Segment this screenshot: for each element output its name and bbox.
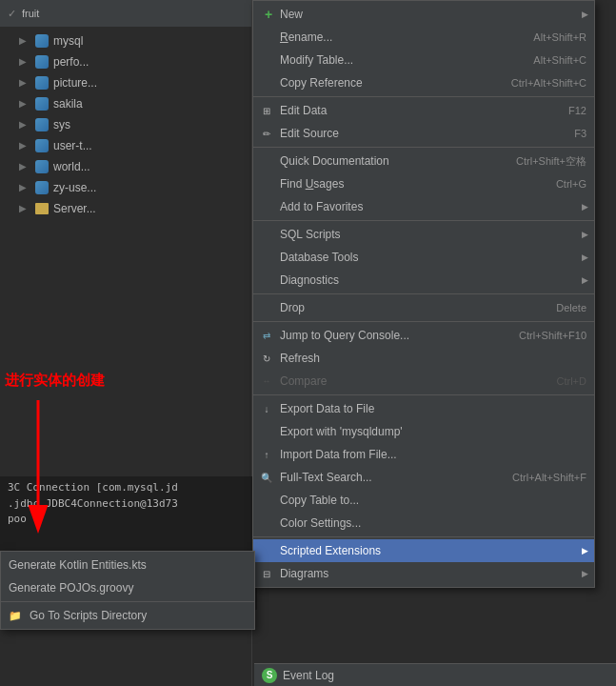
menu-item-edit-source[interactable]: ✏ Edit Source F3 [253,122,594,145]
tree-title: fruit [22,8,39,19]
tree-item-user-t[interactable]: ▶ user-t... [0,135,251,156]
tree-item-label: user-t... [53,139,92,152]
menu-item-rename[interactable]: Rename... Alt+Shift+R [253,26,594,49]
menu-item-db-tools[interactable]: Database Tools [253,246,594,269]
expand-icon: ▶ [19,161,30,172]
menu-item-label: Compare [280,374,538,388]
submenu-item-kotlin[interactable]: Generate Kotlin Entities.kts [1,554,254,576]
menu-item-refresh[interactable]: ↻ Refresh [253,347,594,370]
menu-item-edit-data[interactable]: ⊞ Edit Data F12 [253,99,594,122]
folder-icon-area [34,201,50,216]
tree-item-zy-use[interactable]: ▶ zy-use... [0,177,251,198]
db-icon [34,138,50,153]
expand-icon: ▶ [19,56,30,68]
menu-shortcut: F12 [568,105,586,116]
tree-item-server[interactable]: ▶ Server... [0,198,251,219]
menu-item-find-usages[interactable]: Find Usages Ctrl+G [253,172,594,195]
menu-item-label: Diagrams [280,567,586,580]
menu-item-label: Color Settings... [280,516,586,530]
menu-item-label: Edit Source [280,127,555,140]
tree-item-sakila[interactable]: ▶ sakila [0,93,251,114]
menu-item-scripted-ext[interactable]: Scripted Extensions [253,539,594,562]
tree-item-picture[interactable]: ▶ picture... [0,72,251,93]
menu-item-color-settings[interactable]: Color Settings... [253,512,594,535]
tree-item-mysql[interactable]: ▶ mysql [0,30,251,51]
separator-5 [253,321,594,322]
menu-item-new[interactable]: + New [253,3,594,26]
menu-item-copy-ref[interactable]: Copy Reference Ctrl+Alt+Shift+C [253,71,594,94]
import-icon: ↑ [257,450,276,460]
menu-item-label: Drop [280,301,537,314]
diagram-icon: ⊟ [257,569,276,579]
menu-item-sql-scripts[interactable]: SQL Scripts [253,223,594,246]
separator-2 [253,147,594,148]
tree-item-label: Server... [53,202,96,215]
menu-shortcut: Ctrl+G [556,178,586,190]
menu-shortcut: Ctrl+Shift+F10 [519,330,586,341]
tree-item-label: perfo... [53,55,89,69]
tree-item-label: mysql [53,34,83,48]
expand-icon: ▶ [19,119,30,131]
separator-1 [253,96,594,97]
menu-item-quick-doc[interactable]: Quick Documentation Ctrl+Shift+空格 [253,150,594,172]
submenu-item-pojos[interactable]: Generate POJOs.groovy [1,576,254,599]
expand-icon: ▶ [19,203,30,214]
folder-icon: 📁 [9,610,26,622]
separator-6 [253,394,594,395]
tree-item-label: zy-use... [53,181,96,194]
annotation-text: 进行实体的创建 [5,372,105,390]
menu-item-export-file[interactable]: ↓ Export Data to File [253,397,594,420]
menu-item-label: Rename... [280,30,514,44]
console-icon: ⇄ [257,331,276,341]
menu-item-label: Find Usages [280,177,537,191]
goto-scripts-label: Go To Scripts Directory [30,609,147,622]
menu-shortcut: Ctrl+Alt+Shift+F [512,472,586,483]
menu-item-add-fav[interactable]: Add to Favorites [253,195,594,218]
tree-item-label: sakila [53,97,83,111]
db-icon [34,54,50,70]
event-log-bar[interactable]: S Event Log [254,663,616,686]
compare-icon: ↔ [257,376,276,386]
db-icon [34,75,50,91]
menu-item-drop[interactable]: Drop Delete [253,296,594,319]
menu-item-label: Full-Text Search... [280,471,493,484]
tree-header: ✓ fruit [0,0,251,27]
menu-item-import-file[interactable]: ↑ Import Data from File... [253,443,594,466]
menu-item-diagrams[interactable]: ⊟ Diagrams [253,562,594,585]
menu-item-diagnostics[interactable]: Diagnostics [253,269,594,292]
menu-item-label: Diagnostics [280,273,586,287]
submenu-item-goto-scripts[interactable]: 📁 Go To Scripts Directory [1,604,254,627]
tree-item-perfo[interactable]: ▶ perfo... [0,51,251,72]
menu-item-label: SQL Scripts [280,228,586,241]
expand-icon: ▶ [19,35,30,47]
export-icon: ↓ [257,404,276,414]
menu-shortcut: Ctrl+D [557,375,586,387]
db-icon [34,159,50,174]
menu-shortcut: Ctrl+Alt+Shift+C [511,77,586,89]
pojos-label: Generate POJOs.groovy [9,581,133,595]
menu-item-compare: ↔ Compare Ctrl+D [253,370,594,393]
menu-item-label: Modify Table... [280,53,514,67]
menu-item-export-mysqldump[interactable]: Export with 'mysqldump' [253,420,594,443]
annotation-arrow-svg [19,400,229,553]
tree-item-sys[interactable]: ▶ sys [0,114,251,135]
menu-item-label: Import Data from File... [280,448,586,461]
separator-3 [253,220,594,221]
tree-items: ▶ mysql ▶ perfo... ▶ picture... ▶ sakila… [0,27,251,223]
menu-item-label: Edit Data [280,104,549,117]
tree-item-world[interactable]: ▶ world... [0,156,251,177]
scripted-ext-submenu: Generate Kotlin Entities.kts Generate PO… [0,551,255,630]
menu-item-full-text[interactable]: 🔍 Full-Text Search... Ctrl+Alt+Shift+F [253,466,594,489]
menu-item-modify-table[interactable]: Modify Table... Alt+Shift+C [253,49,594,71]
expand-icon: ▶ [19,182,30,193]
edit-icon: ✏ [257,129,276,139]
db-icon [34,96,50,111]
menu-item-copy-table[interactable]: Copy Table to... [253,489,594,512]
event-log-label: Event Log [283,669,334,682]
search-icon: 🔍 [257,473,276,483]
menu-item-label: Database Tools [280,251,586,264]
refresh-icon: ↻ [257,353,276,364]
menu-item-jump-query[interactable]: ⇄ Jump to Query Console... Ctrl+Shift+F1… [253,324,594,347]
event-log-icon: S [262,668,277,683]
menu-item-label: Jump to Query Console... [280,329,500,342]
